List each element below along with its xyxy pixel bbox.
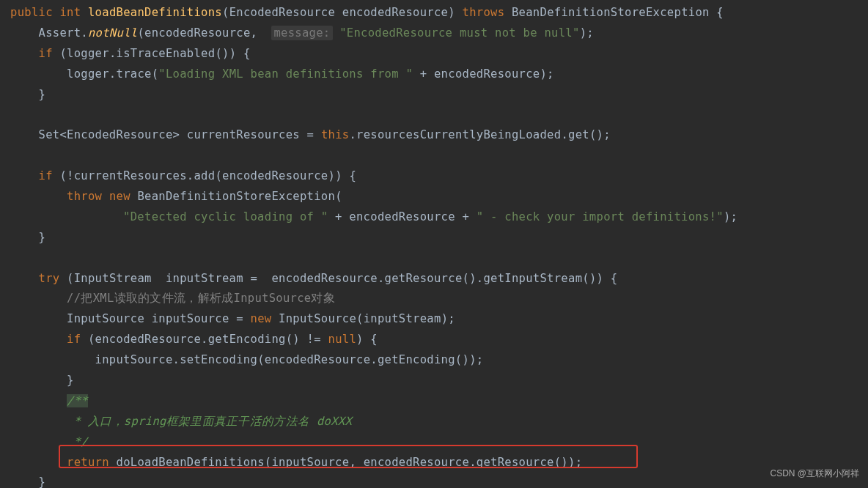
code-line: * 入口，spring框架里面真正干活的方法名 doXXX: [67, 415, 352, 428]
code-line: if (logger.isTraceEnabled()) {: [39, 47, 251, 60]
code-line: }: [67, 374, 74, 387]
code-line: return doLoadBeanDefinitions(inputSource…: [67, 456, 582, 469]
code-line: //把XML读取的文件流，解析成InputSource对象: [67, 292, 335, 305]
code-line: /**: [67, 394, 88, 407]
code-line: }: [39, 88, 46, 101]
code-line: InputSource inputSource = new InputSourc…: [67, 312, 455, 325]
code-line: }: [39, 231, 46, 244]
code-line: throw new BeanDefinitionStoreException(: [67, 190, 342, 203]
code-line: inputSource.setEncoding(encodedResource.…: [95, 353, 484, 366]
code-line: "Detected cyclic loading of " + encodedR…: [123, 210, 738, 223]
code-line: public int loadBeanDefinitions(EncodedRe…: [10, 6, 724, 19]
code-line: logger.trace("Loading XML bean definitio…: [67, 67, 554, 81]
code-line: Assert.notNull(encodedResource, message:…: [39, 26, 594, 40]
code-line: if (!currentResources.add(encodedResourc…: [39, 169, 357, 182]
watermark: CSDN @互联网小阿祥: [770, 466, 859, 482]
code-editor: public int loadBeanDefinitions(EncodedRe…: [0, 0, 868, 488]
inlay-hint: message:: [271, 26, 332, 40]
code-line: if (encodedResource.getEncoding() != nul…: [67, 333, 378, 346]
method-name: loadBeanDefinitions: [88, 6, 222, 19]
code-line: */: [67, 435, 88, 448]
code-line: }: [39, 476, 46, 488]
code-line: try (InputStream inputStream = encodedRe…: [39, 272, 618, 285]
kw-int: int: [59, 6, 81, 19]
code-line: Set<EncodedResource> currentResources = …: [39, 128, 611, 141]
kw-public: public: [10, 6, 53, 19]
